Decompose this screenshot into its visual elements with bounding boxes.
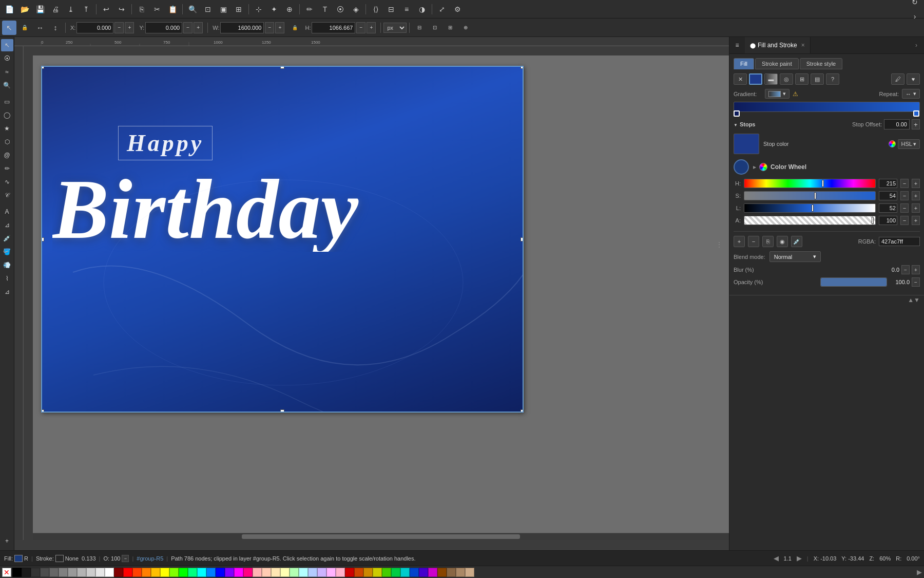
h-input[interactable] bbox=[312, 22, 355, 33]
star-tool[interactable]: ★ bbox=[1, 122, 13, 135]
linked-offset-tool[interactable]: ⊿ bbox=[1, 219, 13, 231]
h-minus[interactable]: − bbox=[900, 179, 909, 188]
y-plus[interactable]: + bbox=[194, 22, 203, 33]
palette-swatch-17[interactable] bbox=[169, 568, 179, 577]
palette-swatch-34[interactable] bbox=[326, 568, 336, 577]
l-plus[interactable]: + bbox=[912, 203, 920, 213]
palette-swatch-24[interactable] bbox=[234, 568, 243, 577]
palette-swatch-40[interactable] bbox=[382, 568, 391, 577]
palette-swatch-4[interactable] bbox=[49, 568, 59, 577]
blur-plus[interactable]: + bbox=[912, 265, 920, 274]
panel-icon[interactable]: ≡ bbox=[729, 37, 745, 53]
palette-swatch-16[interactable] bbox=[160, 568, 169, 577]
blur-minus[interactable]: − bbox=[901, 265, 910, 274]
import-button[interactable]: ⤓ bbox=[64, 2, 78, 16]
node-edit-tool[interactable]: ⦿ bbox=[1, 52, 13, 65]
zoom-tool[interactable]: 🔍 bbox=[1, 79, 13, 91]
palette-swatch-37[interactable] bbox=[354, 568, 363, 577]
prev-btn[interactable]: ◀ bbox=[774, 554, 779, 562]
palette-swatch-41[interactable] bbox=[391, 568, 400, 577]
connector-tool[interactable]: ⌇ bbox=[1, 272, 13, 285]
eye-btn[interactable]: ◉ bbox=[777, 236, 788, 247]
gradient-bar[interactable] bbox=[734, 102, 920, 112]
hsl-select[interactable]: HSL ▾ bbox=[898, 139, 920, 149]
color-wheel-row[interactable]: Color Wheel bbox=[734, 159, 920, 175]
gradient-select[interactable]: ▾ bbox=[765, 89, 790, 99]
palette-swatch-14[interactable] bbox=[142, 568, 151, 577]
palette-swatch-49[interactable] bbox=[465, 568, 474, 577]
stops-label[interactable]: Stops bbox=[734, 121, 755, 127]
palette-swatch-8[interactable] bbox=[86, 568, 95, 577]
handle-tc[interactable] bbox=[280, 67, 284, 69]
palette-swatch-11[interactable] bbox=[114, 568, 123, 577]
text-tool[interactable]: T bbox=[318, 2, 332, 16]
a-slider[interactable] bbox=[744, 216, 876, 225]
heart-btn[interactable]: ♥ bbox=[907, 73, 920, 85]
handle-bc[interactable] bbox=[280, 409, 284, 412]
bezier-tool[interactable]: ∿ bbox=[1, 176, 13, 188]
stop-offset-input[interactable] bbox=[884, 119, 910, 129]
spiral-tool[interactable]: @ bbox=[1, 149, 13, 161]
scroll-down-btn[interactable]: ▼ bbox=[914, 296, 920, 304]
w-input[interactable] bbox=[220, 22, 264, 33]
canvas-area[interactable]: Happy Birthday bbox=[33, 55, 729, 540]
panel-toggle[interactable]: › bbox=[908, 9, 922, 24]
snap-center-button[interactable]: ⊕ bbox=[282, 2, 297, 16]
l-minus[interactable]: − bbox=[900, 203, 909, 213]
tab-stroke-paint[interactable]: Stroke paint bbox=[755, 58, 799, 69]
s-value-input[interactable] bbox=[879, 191, 897, 200]
scroll-up-btn[interactable]: ▲ bbox=[908, 296, 914, 304]
view-btn1[interactable]: ⊟ bbox=[412, 21, 427, 35]
handle-tl[interactable] bbox=[42, 67, 44, 69]
palette-swatch-33[interactable] bbox=[317, 568, 326, 577]
selector-tool[interactable]: ↖ bbox=[1, 39, 13, 51]
stroke-color-box[interactable] bbox=[55, 555, 64, 562]
palette-swatch-31[interactable] bbox=[299, 568, 308, 577]
palette-swatch-21[interactable] bbox=[206, 568, 216, 577]
tab-fill[interactable]: Fill bbox=[734, 58, 754, 69]
y-input[interactable] bbox=[145, 22, 182, 33]
stop-offset-plus[interactable]: + bbox=[912, 119, 920, 129]
snap-button[interactable]: ⊹ bbox=[252, 2, 266, 16]
s-plus[interactable]: + bbox=[912, 191, 920, 200]
undo-button[interactable]: ↩ bbox=[99, 2, 113, 16]
palette-swatch-0[interactable] bbox=[12, 568, 22, 577]
x-plus[interactable]: + bbox=[125, 22, 134, 33]
canvas-document[interactable]: Happy Birthday bbox=[41, 66, 524, 413]
text-tool-left[interactable]: A bbox=[1, 206, 13, 218]
blend-mode-select[interactable]: Normal ▾ bbox=[769, 251, 821, 262]
palette-swatch-22[interactable] bbox=[216, 568, 225, 577]
stop-color-preview[interactable] bbox=[734, 134, 759, 154]
paint-bucket-tool[interactable]: 🪣 bbox=[1, 246, 13, 258]
lock-toggle[interactable]: 🔒 bbox=[17, 21, 32, 35]
transform-tool[interactable]: ⤢ bbox=[435, 2, 449, 16]
y-minus[interactable]: − bbox=[183, 22, 192, 33]
h-thumb[interactable] bbox=[822, 180, 824, 187]
palette-swatch-2[interactable] bbox=[31, 568, 40, 577]
h-scroll-thumb[interactable] bbox=[242, 534, 520, 539]
opacity-minus[interactable]: − bbox=[912, 277, 920, 287]
handle-ml[interactable] bbox=[42, 237, 44, 241]
a-plus[interactable]: + bbox=[912, 216, 920, 225]
palette-swatch-18[interactable] bbox=[179, 568, 188, 577]
h-minus[interactable]: − bbox=[356, 22, 365, 33]
flip-v[interactable]: ↕ bbox=[48, 21, 63, 35]
palette-swatch-12[interactable] bbox=[123, 568, 132, 577]
x-input[interactable] bbox=[76, 22, 113, 33]
dropper-btn[interactable]: 💉 bbox=[791, 236, 802, 247]
no-paint-swatch[interactable]: ✕ bbox=[2, 568, 11, 577]
palette-swatch-42[interactable] bbox=[400, 568, 410, 577]
handle-br[interactable] bbox=[521, 409, 523, 412]
a-minus[interactable]: − bbox=[900, 216, 909, 225]
s-minus[interactable]: − bbox=[900, 191, 909, 200]
auto-scroll[interactable]: ↻ bbox=[908, 0, 922, 9]
zoom-page-button[interactable]: ▣ bbox=[216, 2, 230, 16]
palette-swatch-25[interactable] bbox=[243, 568, 253, 577]
flat-color-btn[interactable] bbox=[749, 73, 762, 85]
view-btn2[interactable]: ⊡ bbox=[428, 21, 442, 35]
palette-swatch-6[interactable] bbox=[68, 568, 77, 577]
lock-aspect[interactable]: 🔒 bbox=[287, 21, 302, 35]
palette-swatch-29[interactable] bbox=[280, 568, 290, 577]
opacity-bar[interactable] bbox=[820, 277, 887, 287]
next-btn[interactable]: ▶ bbox=[797, 554, 802, 562]
